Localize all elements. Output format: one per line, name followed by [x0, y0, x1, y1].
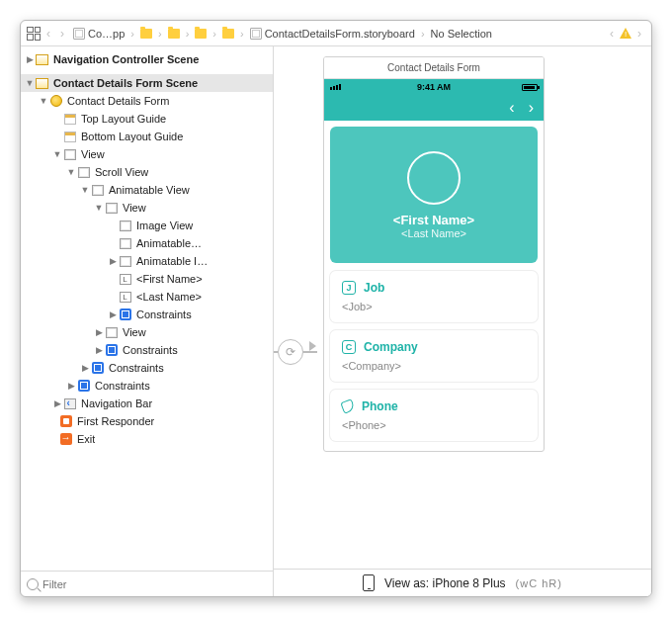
outline-row[interactable]: • L <First Name> — [21, 270, 273, 288]
field-card-company: CCompany <Company> — [330, 330, 538, 382]
disclosure-icon[interactable]: ▶ — [25, 54, 35, 64]
row-label: Animatable I… — [136, 255, 208, 267]
app-icon — [73, 28, 85, 40]
outline-tree[interactable]: ▶ Navigation Controller Scene ▼ Contact … — [21, 46, 273, 571]
exit-icon — [60, 433, 72, 445]
outline-row[interactable]: ▼ View — [21, 145, 273, 163]
row-label: <First Name> — [136, 273, 203, 285]
field-value: <Company> — [342, 360, 526, 372]
row-label: Exit — [77, 433, 95, 445]
view-icon — [120, 220, 131, 231]
canvas[interactable]: ⟳ Contact Details Form 9:41 AM ‹ › — [274, 46, 651, 596]
chevron-right-icon[interactable]: › — [529, 99, 534, 117]
disclosure-icon[interactable]: ▼ — [25, 78, 35, 88]
row-label: Constraints — [95, 380, 150, 392]
disclosure-icon[interactable]: ▼ — [80, 185, 90, 195]
outline-row[interactable]: • Exit — [21, 430, 273, 448]
nav-back-icon[interactable]: ‹ — [42, 27, 54, 41]
breadcrumb-label: No Selection — [431, 28, 492, 40]
filter-icon — [27, 578, 39, 590]
row-label: Constraints — [109, 362, 164, 374]
scene-row[interactable]: ▶ Navigation Controller Scene — [21, 50, 273, 68]
row-label: <Last Name> — [136, 291, 202, 303]
scene-title: Contact Details Form — [324, 57, 544, 79]
row-label: View — [123, 202, 146, 214]
outline-row[interactable]: ▼ View — [21, 199, 273, 217]
related-items-icon[interactable] — [27, 27, 41, 41]
outline-row[interactable]: ▶ Animatable I… — [21, 252, 273, 270]
nav-bar: ‹ › — [324, 95, 544, 121]
disclosure-icon[interactable]: ▶ — [108, 309, 118, 319]
segue-icon[interactable]: ⟳ — [278, 339, 303, 365]
segue-arrow-icon — [309, 341, 316, 351]
disclosure-icon[interactable]: ▶ — [52, 398, 62, 408]
disclosure-icon[interactable]: ▼ — [39, 96, 48, 106]
breadcrumb-sep: › — [420, 28, 426, 40]
disclosure-icon[interactable]: ▶ — [66, 381, 76, 391]
outline-row[interactable]: ▶ Constraints — [21, 306, 273, 323]
disclosure-icon[interactable]: ▶ — [94, 345, 104, 355]
editor-window: ‹ › Co…pp › › › › › ContactDetailsForm.s… — [20, 20, 652, 597]
outline-row[interactable]: ▶ View — [21, 323, 273, 341]
outline-row[interactable]: ▶ Constraints — [21, 341, 273, 359]
outline-row[interactable]: ▼ Contact Details Form — [21, 92, 273, 110]
row-label: Contact Details Form — [67, 95, 169, 107]
navigation-bar-icon — [64, 398, 76, 409]
prev-issue-icon[interactable]: ‹ — [606, 27, 618, 41]
disclosure-icon[interactable]: ▼ — [66, 167, 76, 177]
scene-row[interactable]: ▼ Contact Details Form Scene — [21, 74, 273, 92]
warning-icon[interactable]: ! — [620, 28, 631, 39]
job-icon: J — [342, 281, 356, 295]
outline-row[interactable]: • Animatable… — [21, 234, 273, 252]
breadcrumb-project[interactable]: Co…pp — [70, 28, 127, 40]
outline-row[interactable]: • Bottom Layout Guide — [21, 128, 273, 145]
layout-guide-icon — [64, 132, 76, 142]
label-icon: L — [120, 292, 131, 303]
filter-input[interactable] — [42, 578, 267, 590]
outline-row[interactable]: • Top Layout Guide — [21, 110, 273, 128]
row-label: Scroll View — [95, 166, 148, 178]
disclosure-icon[interactable]: ▼ — [94, 203, 104, 213]
scene-preview[interactable]: Contact Details Form 9:41 AM ‹ › <First … — [323, 56, 545, 452]
viewcontroller-icon — [50, 95, 62, 107]
outline-row[interactable]: • Image View — [21, 217, 273, 234]
breadcrumb-file[interactable]: ContactDetailsForm.storyboard — [247, 28, 418, 40]
scene-label: Navigation Controller Scene — [53, 53, 199, 65]
field-value: <Phone> — [342, 419, 526, 431]
breadcrumb-folder[interactable] — [137, 29, 155, 39]
chevron-left-icon[interactable]: ‹ — [509, 99, 514, 117]
constraints-icon — [120, 308, 131, 320]
disclosure-icon[interactable]: ▶ — [80, 363, 90, 373]
nav-forward-icon[interactable]: › — [56, 27, 68, 41]
field-title: Job — [364, 281, 384, 295]
outline-row[interactable]: • First Responder — [21, 412, 273, 430]
constraints-icon — [92, 362, 104, 374]
outline-row[interactable]: • L <Last Name> — [21, 288, 273, 306]
outline-row[interactable]: ▶ Navigation Bar — [21, 395, 273, 412]
folder-icon — [140, 29, 152, 39]
next-issue-icon[interactable]: › — [633, 27, 645, 41]
disclosure-icon[interactable]: ▶ — [94, 327, 104, 337]
battery-icon — [522, 84, 538, 91]
outline-row[interactable]: ▶ Constraints — [21, 359, 273, 377]
breadcrumb-folder[interactable] — [165, 29, 183, 39]
document-outline: ▶ Navigation Controller Scene ▼ Contact … — [21, 46, 274, 596]
layout-guide-icon — [64, 114, 76, 125]
outline-row[interactable]: ▼ Animatable View — [21, 181, 273, 199]
outline-row[interactable]: ▼ Scroll View — [21, 163, 273, 181]
row-label: Animatable View — [109, 184, 190, 196]
disclosure-icon[interactable]: ▼ — [52, 149, 62, 159]
breadcrumb-folder[interactable] — [219, 29, 237, 39]
scene-icon — [36, 54, 48, 65]
breadcrumb-selection[interactable]: No Selection — [428, 28, 495, 40]
view-icon — [120, 238, 131, 249]
avatar — [407, 151, 461, 205]
breadcrumb-folder[interactable] — [192, 29, 210, 39]
field-title: Company — [364, 340, 418, 354]
outline-row[interactable]: ▶ Constraints — [21, 377, 273, 395]
view-icon — [92, 185, 104, 196]
scene-icon — [36, 78, 48, 89]
breadcrumb-label: Co…pp — [88, 28, 125, 40]
view-as-bar[interactable]: View as: iPhone 8 Plus (wC hR) — [274, 569, 651, 596]
disclosure-icon[interactable]: ▶ — [108, 256, 118, 266]
